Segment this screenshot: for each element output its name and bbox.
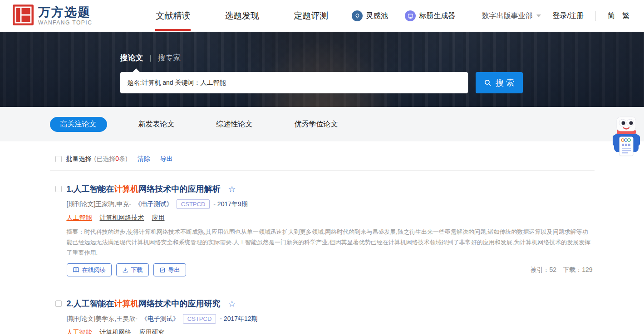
- nav-item-topic-discovery[interactable]: 选题发现: [225, 0, 259, 32]
- cited-count: 被引：52: [531, 266, 557, 274]
- search-type-tabs: 搜论文 | 搜专家: [120, 53, 595, 63]
- open-book-icon: [73, 266, 79, 273]
- search-button[interactable]: 搜 索: [476, 72, 523, 93]
- download-count: 下载：129: [563, 266, 592, 274]
- assistant-mascot-widget[interactable]: [612, 116, 640, 160]
- result-actions: 在线阅读 下载 导出: [67, 263, 186, 276]
- highlighted-term: 计算机: [114, 184, 139, 194]
- language-switcher: 简 繁: [608, 11, 629, 21]
- highlighted-term: 计算机: [114, 299, 139, 308]
- tab-label: 综述性论文: [216, 120, 253, 129]
- search-input[interactable]: [120, 72, 468, 93]
- keyword-link[interactable]: 应用研究: [139, 329, 165, 334]
- favorite-star-icon[interactable]: ☆: [226, 185, 236, 194]
- result-abstract: 摘要：时代科技的进步,使得计算机网络技术不断成熟,其应用范围也从单一领域迅速扩大…: [67, 227, 593, 258]
- result-source-authors: [期刊论文]姜学东,王昊欣-: [67, 315, 138, 323]
- tab-review-papers[interactable]: 综述性论文: [206, 117, 263, 132]
- tool-label: 灵感池: [366, 11, 388, 21]
- search-button-label: 搜 索: [496, 77, 514, 88]
- keyword-link[interactable]: 应用: [152, 214, 165, 222]
- download-icon: [122, 267, 128, 273]
- result-keywords: 人工智能 计算机网络 应用研究: [67, 329, 595, 334]
- lang-simplified-button[interactable]: 简: [608, 11, 615, 21]
- keyword-link[interactable]: 人工智能: [67, 214, 92, 222]
- top-header: 万方选题 WANFANG TOPIC 文献精读 选题发现 定题评测 灵感池: [0, 0, 644, 32]
- department-label: 数字出版事业部: [482, 11, 533, 21]
- header-right: 数字出版事业部 登录/注册 简 繁: [482, 11, 644, 21]
- keyword-link[interactable]: 计算机网络技术: [100, 214, 144, 222]
- monitor-icon: [405, 10, 416, 21]
- chevron-down-icon: [536, 15, 541, 17]
- nav-label: 文献精读: [156, 10, 190, 22]
- inspiration-pool-button[interactable]: 灵感池: [352, 10, 388, 21]
- active-nav-underline: [155, 29, 191, 31]
- wanfang-logo-icon: [13, 5, 34, 27]
- result-meta: [期刊论文]王家驹,申克- 《电子测试》 CSTPCD - 2017年9期: [67, 199, 595, 209]
- result-title-link[interactable]: 1.人工智能在计算机网络技术中的应用解析: [67, 184, 221, 194]
- filter-band: 高关注论文 新发表论文 综述性论文 优秀学位论文: [0, 107, 644, 141]
- divider: [595, 11, 596, 21]
- tab-newly-published-papers[interactable]: 新发表论文: [128, 117, 185, 132]
- search-icon: [484, 79, 492, 87]
- journal-link[interactable]: 《电子测试》: [135, 200, 173, 208]
- logo-subtitle: WANFANG TOPIC: [38, 19, 92, 26]
- result-stats: 被引：52 下载：129: [531, 266, 595, 274]
- batch-select-row: 批量选择 (已选择0条) 清除 导出: [50, 155, 595, 171]
- nav-label: 选题发现: [225, 10, 259, 22]
- tab-label: 高关注论文: [60, 120, 97, 129]
- search-box: [120, 72, 468, 93]
- result-item-1: 1.人工智能在计算机网络技术中的应用解析 ☆ [期刊论文]王家驹,申克- 《电子…: [50, 184, 595, 276]
- tab-excellent-theses[interactable]: 优秀学位论文: [284, 117, 349, 132]
- lang-traditional-button[interactable]: 繁: [622, 11, 629, 21]
- nav-label: 定题评测: [294, 10, 328, 22]
- result-title-link[interactable]: 2.人工智能在计算机网络技术中的应用研究: [67, 298, 221, 309]
- main-nav: 文献精读 选题发现 定题评测: [156, 0, 328, 32]
- tab-label: 优秀学位论文: [295, 120, 338, 129]
- nav-item-literature-reading[interactable]: 文献精读: [156, 0, 190, 32]
- department-dropdown[interactable]: 数字出版事业部: [482, 11, 541, 21]
- read-online-button[interactable]: 在线阅读: [67, 263, 112, 276]
- header-tools: 灵感池 标题生成器: [352, 10, 455, 21]
- lightbulb-icon: [352, 10, 363, 21]
- clear-selection-link[interactable]: 清除: [138, 155, 150, 163]
- favorite-star-icon[interactable]: ☆: [226, 300, 236, 308]
- select-all-checkbox[interactable]: [55, 156, 62, 162]
- result-checkbox[interactable]: [55, 300, 62, 307]
- nav-item-topic-evaluation[interactable]: 定题评测: [294, 0, 328, 32]
- result-meta: [期刊论文]姜学东,王昊欣- 《电子测试》 CSTPCD - 2017年12期: [67, 314, 595, 324]
- issue-label: - 2017年9期: [213, 200, 247, 208]
- result-keywords: 人工智能 计算机网络技术 应用: [67, 214, 595, 222]
- tab-label: 新发表论文: [138, 120, 175, 129]
- results-area: 批量选择 (已选择0条) 清除 导出 1.人工智能在计算机网络技术中的应用解析 …: [50, 155, 595, 334]
- result-checkbox[interactable]: [55, 186, 62, 192]
- batch-select-label: 批量选择: [66, 155, 92, 163]
- issue-label: - 2017年12期: [220, 315, 257, 323]
- keyword-link[interactable]: 计算机网络: [100, 329, 132, 334]
- wanfang-logo[interactable]: 万方选题 WANFANG TOPIC: [13, 5, 92, 27]
- login-register-link[interactable]: 登录/注册: [553, 11, 584, 21]
- keyword-link[interactable]: 人工智能: [67, 329, 92, 334]
- export-button[interactable]: 导出: [153, 263, 186, 276]
- export-selection-link[interactable]: 导出: [160, 155, 173, 163]
- result-item-2: 2.人工智能在计算机网络技术中的应用研究 ☆ [期刊论文]姜学东,王昊欣- 《电…: [50, 298, 595, 334]
- title-generator-button[interactable]: 标题生成器: [405, 10, 455, 21]
- search-experts-tab[interactable]: 搜专家: [157, 53, 181, 63]
- download-button[interactable]: 下载: [116, 263, 149, 276]
- cstpcd-badge: CSTPCD: [183, 314, 216, 324]
- hero-banner: 搜论文 | 搜专家 搜 索: [0, 32, 644, 107]
- export-icon: [159, 267, 166, 273]
- logo-title: 万方选题: [38, 6, 92, 19]
- tool-label: 标题生成器: [419, 11, 455, 21]
- journal-link[interactable]: 《电子测试》: [141, 315, 179, 323]
- tab-high-attention-papers[interactable]: 高关注论文: [50, 117, 107, 132]
- selected-count: (已选择0条): [94, 155, 128, 163]
- search-papers-tab[interactable]: 搜论文: [120, 53, 143, 63]
- cstpcd-badge: CSTPCD: [177, 199, 210, 209]
- divider: |: [150, 54, 152, 62]
- result-source-authors: [期刊论文]王家驹,申克-: [67, 200, 131, 208]
